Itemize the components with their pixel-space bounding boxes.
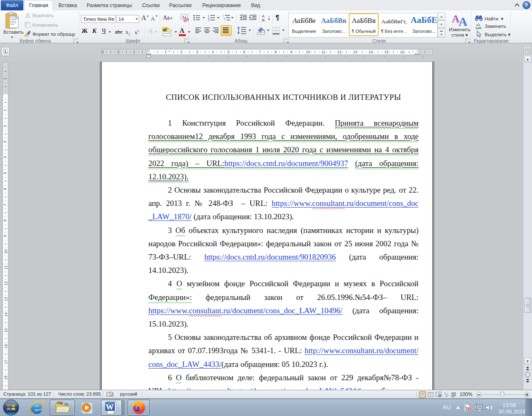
- svg-text:Аа: Аа: [182, 15, 186, 19]
- svg-text:3: 3: [208, 19, 209, 21]
- svg-text:W: W: [106, 403, 114, 411]
- svg-text:i: i: [225, 19, 225, 21]
- svg-text:ac: ac: [478, 26, 482, 30]
